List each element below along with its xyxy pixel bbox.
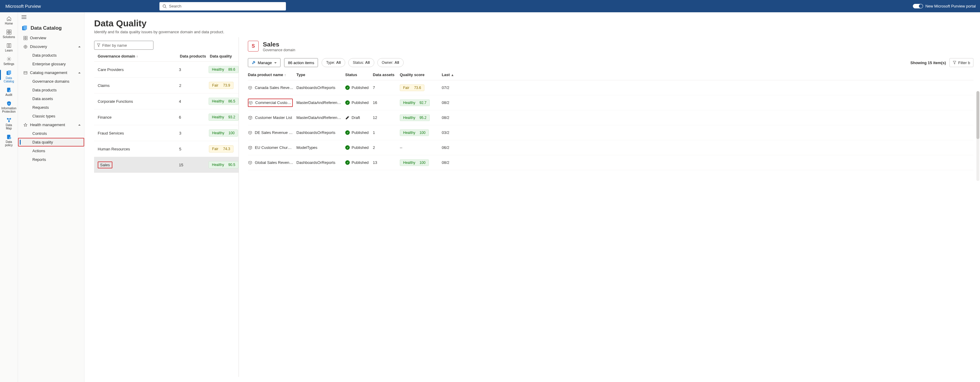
portal-toggle[interactable] <box>913 4 923 8</box>
svg-point-0 <box>163 5 166 7</box>
portal-toggle-label: New Microsoft Purview portal <box>926 4 976 8</box>
global-search[interactable]: Search <box>159 2 286 11</box>
svg-line-1 <box>165 7 167 8</box>
top-bar: Microsoft Purview Search New Microsoft P… <box>0 0 980 12</box>
search-placeholder: Search <box>169 4 181 8</box>
portal-toggle-area: New Microsoft Purview portal <box>913 4 980 8</box>
search-icon <box>162 4 167 8</box>
brand-title: Microsoft Purview <box>0 3 159 9</box>
